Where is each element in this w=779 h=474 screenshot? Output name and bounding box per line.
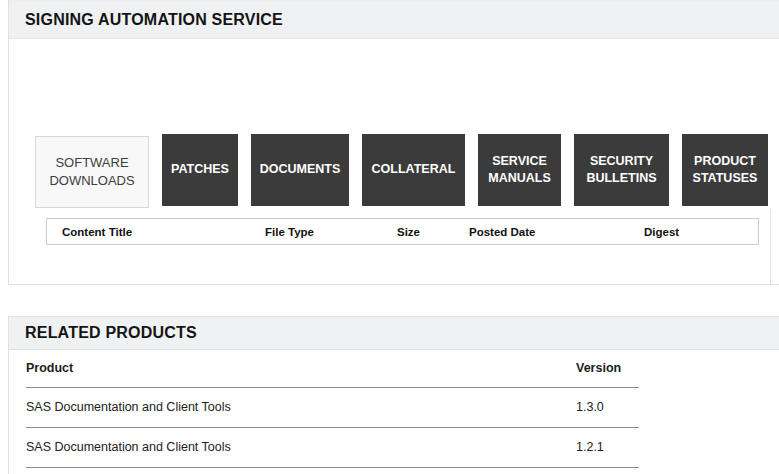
related-products-table-body: SAS Documentation and Client Tools 1.3.0…	[26, 388, 639, 468]
column-header-product: Product	[26, 350, 576, 388]
version-cell: 1.2.1	[576, 428, 639, 468]
page: SIGNING AUTOMATION SERVICE SOFTWARE DOWN…	[0, 0, 779, 474]
downloads-table-header: Content Title File Type Size Posted Date…	[46, 218, 759, 245]
version-cell: 1.3.0	[576, 388, 639, 428]
column-header-version: Version	[576, 350, 639, 388]
header-row: Product Version	[26, 350, 639, 388]
related-products-body: Product Version SAS Documentation and Cl…	[9, 350, 779, 468]
column-header-posted-date: Posted Date	[469, 226, 644, 238]
related-products-header: RELATED PRODUCTS	[9, 316, 779, 350]
column-header-size: Size	[397, 226, 469, 238]
signing-automation-header: SIGNING AUTOMATION SERVICE	[9, 1, 779, 39]
table-row: SAS Documentation and Client Tools 1.2.1	[26, 428, 639, 468]
column-header-digest: Digest	[644, 226, 758, 238]
tab-collateral[interactable]: COLLATERAL	[362, 134, 465, 206]
column-header-file-type: File Type	[265, 226, 397, 238]
related-products-table: Product Version SAS Documentation and Cl…	[26, 350, 639, 468]
product-cell[interactable]: SAS Documentation and Client Tools	[26, 428, 576, 468]
related-products-panel: RELATED PRODUCTS Product Version SAS Doc…	[8, 316, 779, 474]
tab-software-downloads[interactable]: SOFTWARE DOWNLOADS	[35, 136, 149, 208]
tab-documents[interactable]: DOCUMENTS	[251, 134, 349, 206]
signing-automation-panel: SIGNING AUTOMATION SERVICE SOFTWARE DOWN…	[8, 0, 779, 285]
tab-bar: SOFTWARE DOWNLOADS PATCHES DOCUMENTS COL…	[35, 134, 768, 208]
signing-automation-body: SOFTWARE DOWNLOADS PATCHES DOCUMENTS COL…	[9, 39, 779, 284]
related-products-table-head: Product Version	[26, 350, 639, 388]
related-products-title: RELATED PRODUCTS	[25, 324, 197, 342]
column-header-content-title: Content Title	[47, 226, 265, 238]
tab-security-bulletins[interactable]: SECURITY BULLETINS	[574, 134, 669, 206]
tab-product-statuses[interactable]: PRODUCT STATUSES	[682, 134, 768, 206]
tab-patches[interactable]: PATCHES	[162, 134, 238, 206]
signing-automation-title: SIGNING AUTOMATION SERVICE	[25, 11, 283, 29]
tab-service-manuals[interactable]: SERVICE MANUALS	[478, 134, 561, 206]
table-row: SAS Documentation and Client Tools 1.3.0	[26, 388, 639, 428]
product-cell[interactable]: SAS Documentation and Client Tools	[26, 388, 576, 428]
